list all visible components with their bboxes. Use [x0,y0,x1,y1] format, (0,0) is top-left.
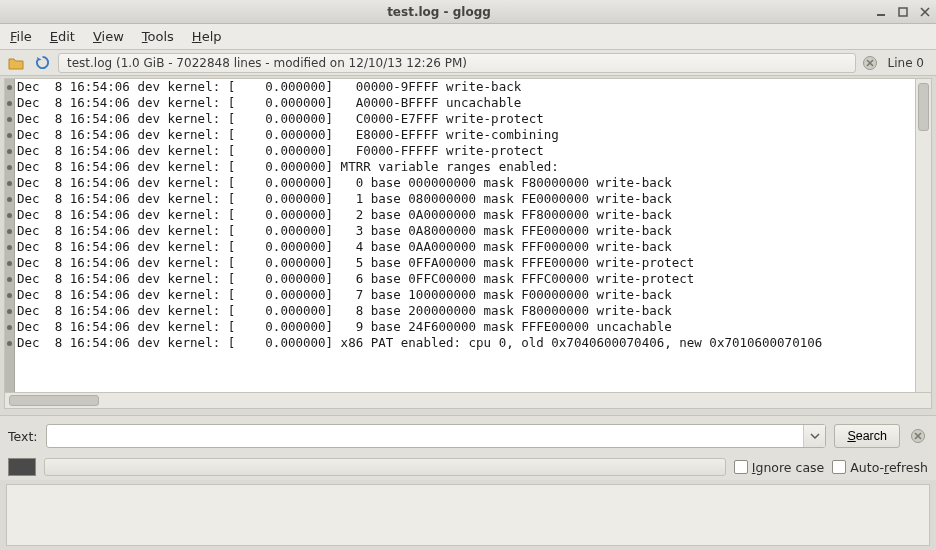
folder-icon [8,56,24,70]
close-button[interactable] [918,5,932,19]
gutter-mark[interactable] [5,127,14,143]
search-label: Text: [8,429,38,444]
search-bar: Text: Search [0,415,936,454]
gutter-mark[interactable] [5,143,14,159]
log-line[interactable]: Dec 8 16:54:06 dev kernel: [ 0.000000] 0… [17,175,915,191]
log-content[interactable]: Dec 8 16:54:06 dev kernel: [ 0.000000] 0… [15,79,915,392]
window-titlebar: test.log - glogg [0,0,936,24]
log-gutter[interactable] [5,79,15,392]
filter-color-swatch[interactable] [8,458,36,476]
menu-bar: File Edit View Tools Help [0,24,936,50]
search-progress-bar [44,458,726,476]
log-view[interactable]: Dec 8 16:54:06 dev kernel: [ 0.000000] 0… [4,78,932,393]
gutter-mark[interactable] [5,111,14,127]
menu-view[interactable]: View [93,29,124,44]
vertical-scrollbar[interactable] [915,79,931,392]
clear-search-button[interactable] [908,426,928,446]
chevron-down-icon [810,433,820,439]
log-line[interactable]: Dec 8 16:54:06 dev kernel: [ 0.000000] M… [17,159,915,175]
gutter-mark[interactable] [5,303,14,319]
log-line[interactable]: Dec 8 16:54:06 dev kernel: [ 0.000000] 3… [17,223,915,239]
log-line[interactable]: Dec 8 16:54:06 dev kernel: [ 0.000000] 8… [17,303,915,319]
gutter-mark[interactable] [5,191,14,207]
menu-tools[interactable]: Tools [142,29,174,44]
window-buttons [874,5,932,19]
window-title: test.log - glogg [4,5,874,19]
gutter-mark[interactable] [5,79,14,95]
checkbox-box [734,460,748,474]
menu-edit[interactable]: Edit [50,29,75,44]
checkbox-box [832,460,846,474]
stop-button[interactable] [862,55,878,71]
ignore-case-checkbox[interactable]: Ignore case [734,460,824,475]
clear-icon [910,428,926,444]
svg-rect-0 [877,14,885,16]
reload-button[interactable] [32,53,52,73]
log-line[interactable]: Dec 8 16:54:06 dev kernel: [ 0.000000] 6… [17,271,915,287]
search-input[interactable] [47,425,804,447]
reload-icon [35,55,50,70]
toolbar: test.log (1.0 GiB - 7022848 lines - modi… [0,50,936,76]
stop-icon [862,55,878,71]
maximize-button[interactable] [896,5,910,19]
menu-help[interactable]: Help [192,29,222,44]
gutter-mark[interactable] [5,239,14,255]
search-button[interactable]: Search [834,424,900,448]
menu-file[interactable]: File [10,29,32,44]
gutter-mark[interactable] [5,223,14,239]
open-file-button[interactable] [6,53,26,73]
gutter-mark[interactable] [5,335,14,351]
auto-refresh-checkbox[interactable]: Auto-refresh [832,460,928,475]
horizontal-scrollbar[interactable] [4,393,932,409]
log-line[interactable]: Dec 8 16:54:06 dev kernel: [ 0.000000] 2… [17,207,915,223]
gutter-mark[interactable] [5,319,14,335]
log-line[interactable]: Dec 8 16:54:06 dev kernel: [ 0.000000] x… [17,335,915,351]
search-dropdown-button[interactable] [803,425,825,447]
filtered-results-view[interactable] [6,484,930,546]
gutter-mark[interactable] [5,287,14,303]
gutter-mark[interactable] [5,175,14,191]
log-line[interactable]: Dec 8 16:54:06 dev kernel: [ 0.000000] 7… [17,287,915,303]
log-line[interactable]: Dec 8 16:54:06 dev kernel: [ 0.000000] E… [17,127,915,143]
svg-rect-1 [899,8,907,16]
gutter-mark[interactable] [5,207,14,223]
log-line[interactable]: Dec 8 16:54:06 dev kernel: [ 0.000000] C… [17,111,915,127]
vertical-scroll-thumb[interactable] [918,83,929,131]
line-number-label: Line 0 [888,56,924,70]
horizontal-scroll-thumb[interactable] [9,395,99,406]
search-combobox[interactable] [46,424,827,448]
minimize-button[interactable] [874,5,888,19]
log-line[interactable]: Dec 8 16:54:06 dev kernel: [ 0.000000] 9… [17,319,915,335]
log-line[interactable]: Dec 8 16:54:06 dev kernel: [ 0.000000] 1… [17,191,915,207]
log-line[interactable]: Dec 8 16:54:06 dev kernel: [ 0.000000] 5… [17,255,915,271]
log-line[interactable]: Dec 8 16:54:06 dev kernel: [ 0.000000] 0… [17,79,915,95]
line-indicator: Line 0 [884,56,930,70]
gutter-mark[interactable] [5,271,14,287]
gutter-mark[interactable] [5,95,14,111]
filter-options-row: Ignore case Auto-refresh [0,454,936,480]
log-line[interactable]: Dec 8 16:54:06 dev kernel: [ 0.000000] F… [17,143,915,159]
gutter-mark[interactable] [5,159,14,175]
gutter-mark[interactable] [5,255,14,271]
log-line[interactable]: Dec 8 16:54:06 dev kernel: [ 0.000000] 4… [17,239,915,255]
file-info-field: test.log (1.0 GiB - 7022848 lines - modi… [58,53,856,73]
log-line[interactable]: Dec 8 16:54:06 dev kernel: [ 0.000000] A… [17,95,915,111]
